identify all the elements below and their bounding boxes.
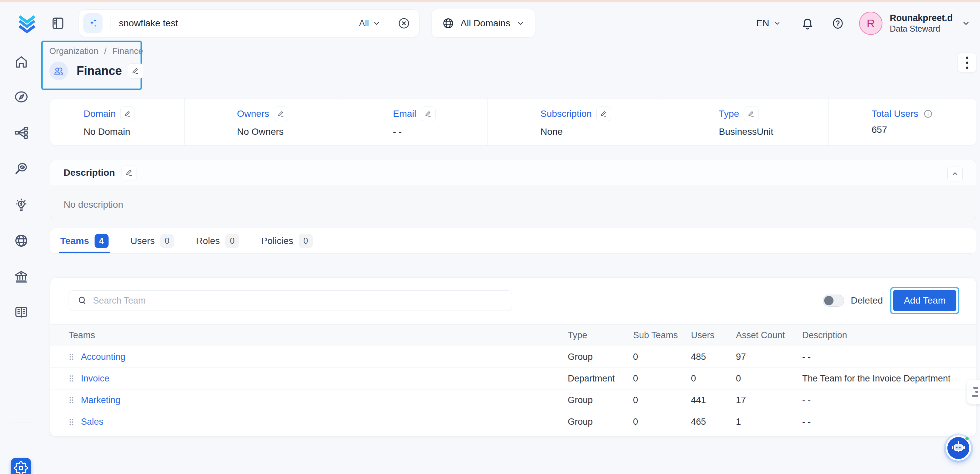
- field-label[interactable]: Owners: [237, 108, 269, 119]
- field-label[interactable]: Domain: [84, 108, 116, 119]
- collapse-description-button[interactable]: [947, 166, 963, 181]
- edit-type-button[interactable]: [744, 107, 759, 121]
- edit-description-button[interactable]: [121, 165, 137, 180]
- column-header-teams[interactable]: Teams: [68, 330, 568, 340]
- user-name: Rounakpreet.d: [890, 13, 953, 24]
- team-avatar-icon: [49, 62, 68, 80]
- settings-gear-icon: [14, 461, 28, 474]
- tab-users[interactable]: Users 0: [129, 228, 175, 253]
- user-avatar[interactable]: R: [859, 12, 883, 35]
- team-link[interactable]: Accounting: [81, 352, 126, 362]
- sidebar-item-governance[interactable]: [14, 269, 29, 284]
- tab-roles[interactable]: Roles 0: [195, 228, 241, 253]
- team-link[interactable]: Invoice: [81, 374, 110, 384]
- deleted-toggle-label: Deleted: [851, 295, 883, 306]
- edit-domain-button[interactable]: [120, 107, 135, 121]
- sidebar-item-home[interactable]: [14, 54, 29, 70]
- help-icon[interactable]: [831, 17, 845, 30]
- user-menu[interactable]: Rounakpreet.d Data Steward: [890, 13, 953, 34]
- tab-policies[interactable]: Policies 0: [260, 228, 314, 253]
- ai-sparkle-icon[interactable]: [83, 13, 103, 33]
- sidebar-item-glossary[interactable]: [14, 305, 29, 320]
- add-team-button[interactable]: Add Team: [893, 290, 956, 311]
- drag-handle-icon[interactable]: [68, 353, 74, 361]
- summary-field-domain: Domain No Domain: [50, 99, 185, 145]
- sidebar-item-insights[interactable]: [14, 197, 29, 212]
- pencil-icon: [124, 110, 131, 118]
- page-actions-kebab-icon[interactable]: [958, 52, 976, 73]
- sidebar: [0, 45, 43, 474]
- cell-type: Group: [568, 395, 633, 406]
- summary-card: Domain No Domain Owners No Owners Email: [50, 98, 976, 145]
- drag-handle-icon[interactable]: [68, 396, 74, 404]
- search-input[interactable]: [119, 18, 359, 29]
- team-link[interactable]: Sales: [81, 417, 103, 427]
- chevron-down-icon[interactable]: [961, 19, 970, 28]
- search-scope-dropdown[interactable]: All: [359, 18, 381, 29]
- page-title: Finance: [76, 64, 122, 78]
- governance-bank-icon: [14, 269, 29, 284]
- sidebar-item-lineage[interactable]: [14, 125, 29, 140]
- observability-lens-icon: [14, 161, 29, 177]
- field-value: None: [541, 126, 611, 137]
- language-dropdown[interactable]: EN: [756, 18, 781, 29]
- cell-description: - -: [802, 417, 976, 427]
- column-header-sub-teams[interactable]: Sub Teams: [633, 330, 691, 340]
- column-header-description[interactable]: Description: [802, 330, 976, 340]
- pencil-icon: [748, 110, 755, 118]
- teams-toolbar: Deleted Add Team: [50, 278, 976, 314]
- sidebar-item-settings[interactable]: [11, 458, 31, 474]
- info-icon[interactable]: [923, 109, 933, 119]
- field-label[interactable]: Email: [393, 108, 416, 119]
- cell-type: Department: [568, 374, 633, 384]
- field-label[interactable]: Subscription: [541, 108, 592, 119]
- tab-count-badge: 0: [225, 234, 239, 248]
- column-header-asset-count[interactable]: Asset Count: [736, 330, 802, 340]
- edit-owners-button[interactable]: [274, 107, 288, 121]
- app-logo-icon[interactable]: [18, 14, 37, 33]
- summary-field-type: Type BusinessUnit: [664, 99, 829, 145]
- language-label: EN: [756, 18, 769, 29]
- assistant-bot-button[interactable]: [946, 435, 971, 461]
- tabs-bar: Teams 4 Users 0 Roles 0 Policies 0: [50, 228, 976, 254]
- edit-email-button[interactable]: [421, 107, 436, 121]
- summary-field-total-users: Total Users 657: [829, 99, 976, 145]
- breadcrumb-separator: /: [104, 46, 107, 56]
- edit-subscription-button[interactable]: [597, 107, 611, 121]
- edge-floating-button[interactable]: [967, 380, 980, 404]
- glossary-book-icon: [14, 305, 29, 320]
- team-link[interactable]: Marketing: [81, 395, 121, 406]
- clear-search-icon[interactable]: [397, 17, 410, 30]
- global-search-bar[interactable]: All: [79, 9, 420, 37]
- breadcrumb-finance[interactable]: Finance: [112, 46, 143, 56]
- breadcrumb-organization[interactable]: Organization: [49, 46, 98, 56]
- team-search-input[interactable]: [93, 296, 504, 306]
- chevron-down-icon: [773, 19, 781, 27]
- field-label[interactable]: Total Users: [872, 108, 918, 119]
- team-search-field[interactable]: [68, 290, 512, 311]
- field-value: BusinessUnit: [719, 126, 773, 137]
- summary-field-owners: Owners No Owners: [185, 99, 341, 145]
- workflow-icon: [14, 125, 29, 140]
- sidebar-item-domains[interactable]: [14, 233, 29, 248]
- drag-handle-icon[interactable]: [68, 374, 74, 382]
- drag-handle-icon[interactable]: [68, 418, 74, 426]
- sidebar-item-observability[interactable]: [14, 161, 29, 177]
- cell-description: The Team for the Invoice Department: [802, 374, 976, 384]
- sidebar-toggle-icon[interactable]: [51, 16, 65, 30]
- pencil-icon: [125, 169, 133, 177]
- column-header-type[interactable]: Type: [568, 330, 633, 340]
- field-label[interactable]: Type: [719, 108, 739, 119]
- summary-field-subscription: Subscription None: [488, 99, 664, 145]
- field-value: No Owners: [237, 126, 288, 137]
- cell-asset-count: 1: [736, 417, 802, 427]
- sidebar-item-discover[interactable]: [14, 89, 29, 105]
- column-header-users[interactable]: Users: [691, 330, 736, 340]
- edit-title-button[interactable]: [128, 63, 143, 78]
- insights-bulb-icon: [14, 197, 29, 212]
- all-domains-dropdown[interactable]: All Domains: [431, 9, 535, 38]
- deleted-toggle[interactable]: [823, 294, 844, 307]
- bot-status-dot: [965, 437, 969, 441]
- notifications-bell-icon[interactable]: [800, 16, 815, 30]
- tab-teams[interactable]: Teams 4: [59, 228, 110, 253]
